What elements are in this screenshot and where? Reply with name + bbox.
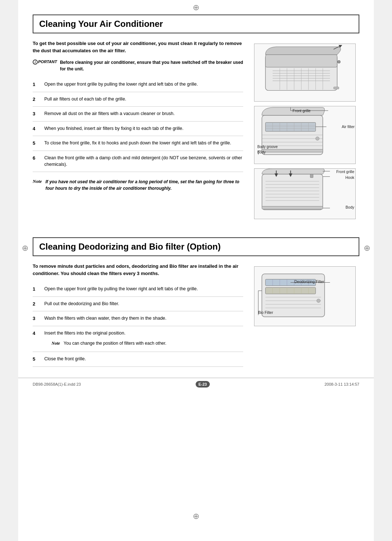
section1-steps: 1 Open the upper front grille by pulling… (33, 77, 243, 172)
step-text: Insert the filters into the original pos… (44, 331, 126, 336)
svg-rect-38 (262, 174, 323, 210)
diag3-label-hook: Hook (345, 175, 354, 180)
diagram-1-svg (254, 44, 355, 101)
section1-title: Cleaning Your Air Conditioner (33, 15, 359, 33)
step-num: 6 (33, 155, 39, 162)
section2-intro: To remove minute dust particles and odor… (33, 263, 243, 277)
step-item: 5 Close the front grille. (33, 352, 243, 367)
diag2-label-body: Body (257, 150, 266, 155)
svg-rect-46 (310, 174, 313, 178)
svg-rect-27 (262, 149, 323, 152)
important-circle: i (33, 60, 38, 65)
diagram-4-svg (254, 267, 355, 326)
svg-rect-16 (334, 87, 339, 89)
left-mid-marker: ⊕ (22, 243, 28, 253)
step-item: 1 Open the upper front grille by pulling… (33, 282, 243, 297)
diagram-4: Deodorizing Filter Bio Filter (254, 266, 356, 326)
svg-point-32 (316, 137, 319, 140)
note-label: Note (33, 179, 42, 184)
step-text: Open the upper front grille by pulling t… (44, 286, 198, 292)
diag2-label-airfilter: Air filter (342, 124, 355, 130)
note-text: If you have not used the air conditioner… (45, 179, 243, 192)
section2-diagrams: Deodorizing Filter Bio Filter (254, 263, 359, 367)
section2-header: Cleaning Deodorizing and Bio filter (Opt… (18, 230, 374, 256)
step-num: 4 (33, 330, 39, 337)
step-num: 1 (33, 81, 39, 88)
diagram-3: Front grille Hook Body (254, 168, 356, 219)
bottom-center-marker: ⊕ (193, 512, 199, 521)
section1-intro: To get the best possible use out of your… (33, 40, 243, 54)
section2-title: Cleaning Deodorizing and Bio filter (Opt… (33, 237, 359, 256)
diagram-2-svg (254, 106, 355, 164)
svg-rect-1 (265, 55, 337, 67)
step-text: Clean the front grille with a damp cloth… (44, 155, 243, 168)
svg-point-70 (317, 299, 320, 303)
svg-rect-59 (265, 287, 315, 294)
step-num: 5 (33, 140, 39, 147)
sub-note-box: Note You can change the position of filt… (44, 339, 166, 348)
important-label: iPORTANT (33, 60, 57, 65)
step-item: 6 Clean the front grille with a damp clo… (33, 151, 243, 172)
step-num: 2 (33, 300, 39, 308)
diag2-label-bodygroove: Body groove (257, 144, 278, 149)
note-box: Note If you have not used the air condit… (33, 175, 243, 195)
diag3-label-body: Body (346, 205, 354, 210)
page-badge: E-23 (196, 381, 210, 388)
section2-steps: 1 Open the upper front grille by pulling… (33, 282, 243, 367)
step-item: 5 To close the front grille, fix it to h… (33, 136, 243, 151)
step-text-with-note: Insert the filters into the original pos… (44, 330, 166, 348)
diagram-1 (254, 44, 356, 102)
step-item: 3 Wash the filters with clean water, the… (33, 311, 243, 326)
step-item: 3 Remove all dust on the air filters wit… (33, 107, 243, 122)
diagram-2: Front grille Air filter Body groove Body (254, 106, 356, 164)
sub-note-label: Note (52, 340, 60, 347)
top-center-marker: ⊕ (193, 3, 199, 12)
diag4-label-deodorizing: Deodorizing Filter (294, 279, 324, 284)
footer-right: 2008-3-11 13:14:57 (324, 382, 359, 386)
step-num: 3 (33, 110, 39, 118)
svg-rect-18 (265, 122, 315, 131)
step-num: 1 (33, 286, 39, 293)
section2-content: To remove minute dust particles and odor… (18, 263, 374, 367)
step-text: Close the front grille. (44, 356, 86, 362)
step-item: 4 When you finished, insert air filters … (33, 122, 243, 136)
step-num: 2 (33, 96, 39, 103)
important-box: iPORTANT Before cleaning your air condit… (33, 59, 243, 72)
section1-diagrams: Front grille Air filter Body groove Body (254, 40, 359, 219)
right-mid-marker: ⊕ (364, 243, 370, 253)
section2: Cleaning Deodorizing and Bio filter (Opt… (18, 230, 374, 367)
section2-left: To remove minute dust particles and odor… (33, 263, 254, 367)
step-text: Wash the filters with clean water, then … (44, 315, 167, 322)
diag3-label-frontgrille: Front grille (336, 169, 354, 175)
step-num: 3 (33, 315, 39, 322)
step-num: 4 (33, 125, 39, 132)
bottom-bar: DB98-28658A(1)-E.indd 23 E-23 2008-3-11 … (18, 378, 374, 390)
section1-left: To get the best possible use out of your… (33, 40, 254, 219)
step-num: 5 (33, 356, 39, 363)
svg-rect-47 (262, 206, 323, 209)
step-text: Pull out the deodorizing and Bio filter. (44, 300, 119, 307)
svg-point-15 (338, 60, 340, 63)
footer-left: DB98-28658A(1)-E.indd 23 (33, 382, 81, 386)
sub-note-text: You can change the position of filters w… (64, 340, 166, 347)
step-text: To close the front grille, fix it to hoo… (44, 140, 231, 147)
step-item: 2 Pull out the deodorizing and Bio filte… (33, 297, 243, 312)
step-item: 1 Open the upper front grille by pulling… (33, 77, 243, 92)
step-text: Pull air filters out of each tab of the … (44, 96, 126, 103)
step-item: 4 Insert the filters into the original p… (33, 326, 243, 352)
diag2-label-frontgrille: Front grille (293, 108, 311, 114)
important-text: Before cleaning your air conditioner, en… (60, 59, 243, 72)
page: ⊕ ⊕ ⊕ ⊕ Cleaning Your Air Conditioner To… (18, 0, 374, 541)
diagram-3-svg (254, 169, 355, 219)
step-item: 2 Pull air filters out of each tab of th… (33, 92, 243, 107)
step-text: Open the upper front grille by pulling t… (44, 81, 198, 88)
diag4-label-biofilter: Bio Filter (258, 310, 273, 315)
step-text: When you finished, insert air filters by… (44, 125, 184, 132)
section1-content: To get the best possible use out of your… (18, 40, 374, 219)
step-text: Remove all dust on the air filters with … (44, 110, 175, 117)
